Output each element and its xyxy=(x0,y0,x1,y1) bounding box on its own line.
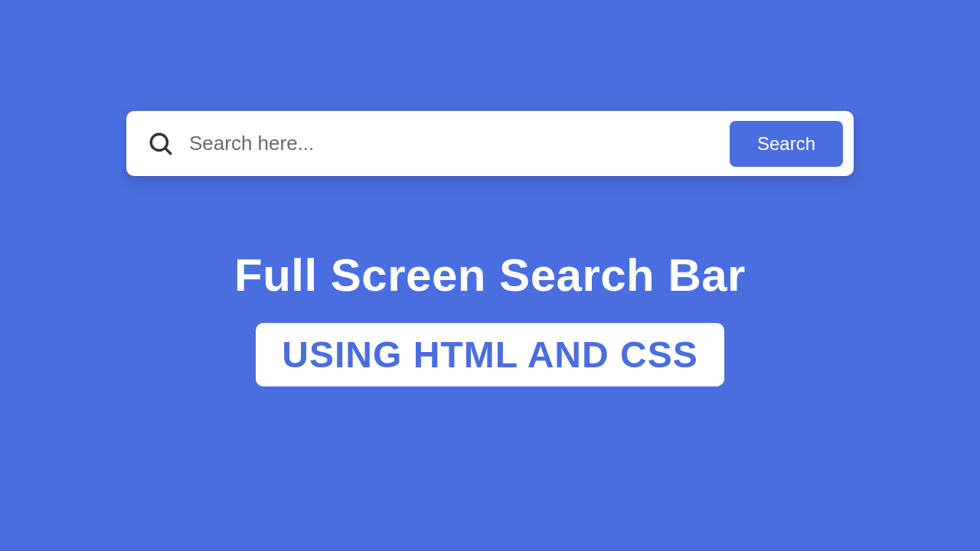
subtitle-box: USING HTML AND CSS xyxy=(256,323,724,386)
page-title: Full Screen Search Bar xyxy=(234,249,746,302)
search-icon xyxy=(148,131,174,157)
subtitle-text: USING HTML AND CSS xyxy=(282,334,697,376)
title-section: Full Screen Search Bar USING HTML AND CS… xyxy=(234,249,746,386)
search-button[interactable]: Search xyxy=(730,121,843,167)
search-bar: Search xyxy=(126,111,854,176)
search-input[interactable] xyxy=(189,132,730,155)
svg-line-1 xyxy=(165,148,171,153)
